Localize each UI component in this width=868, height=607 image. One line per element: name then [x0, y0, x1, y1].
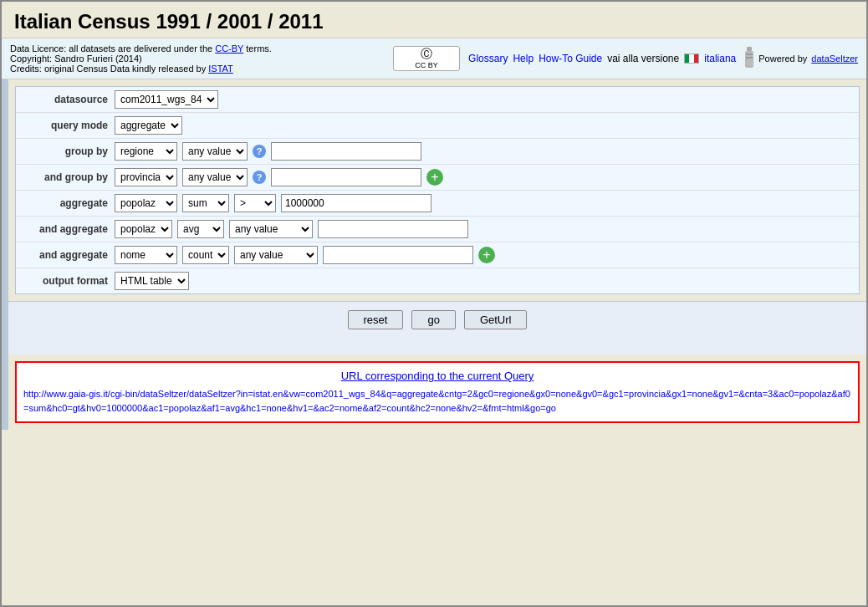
separator: [8, 338, 866, 355]
get-url-button[interactable]: GetUrl: [464, 310, 528, 329]
copyright-text: Copyright: Sandro Furieri (2014): [10, 54, 142, 64]
datasource-row: datasource com2011_wgs_84 com2001_wgs_84…: [16, 87, 859, 113]
output-format-label: output format: [23, 275, 115, 287]
query-mode-select[interactable]: aggregate standard: [115, 116, 182, 135]
page-title: Italian Census 1991 / 2001 / 2011: [2, 2, 866, 38]
and-aggregate-2-val-input[interactable]: [323, 246, 473, 264]
italian-flag-icon: [684, 54, 699, 64]
query-mode-label: query mode: [23, 120, 115, 131]
and-aggregate-1-func-select[interactable]: avg sum count: [177, 220, 224, 238]
and-aggregate-2-func-select[interactable]: count sum avg: [182, 246, 229, 264]
and-aggregate-1-label: and aggregate: [23, 223, 115, 235]
and-group-by-add-icon[interactable]: +: [426, 169, 443, 186]
and-group-by-row: and group by provincia regione nome any …: [16, 165, 859, 191]
reset-button[interactable]: reset: [348, 310, 404, 329]
output-format-select[interactable]: HTML table CSV XML JSON: [115, 272, 189, 290]
powered-by-label: Powered by: [758, 54, 807, 64]
nav-links: Glossary Help How-To Guide vai alla vers…: [468, 53, 736, 64]
help-link[interactable]: Help: [513, 53, 534, 64]
and-group-by-help-icon[interactable]: ?: [253, 171, 266, 184]
and-aggregate-2-row: and aggregate nome regione provincia pop…: [16, 242, 859, 268]
license-suffix: terms.: [243, 43, 272, 54]
aggregate-val-input[interactable]: [281, 194, 431, 212]
license-prefix: Data Licence: all datasets are delivered…: [10, 43, 215, 54]
datasource-select[interactable]: com2011_wgs_84 com2001_wgs_84 com1991_wg…: [115, 90, 218, 109]
howto-link[interactable]: How-To Guide: [539, 53, 602, 64]
and-aggregate-1-row: and aggregate popolaz regione nome avg s…: [16, 217, 859, 242]
and-aggregate-1-cond-select[interactable]: any value none: [229, 220, 313, 238]
and-group-by-value-select[interactable]: any value none: [182, 168, 248, 186]
left-sidebar: [2, 79, 8, 430]
url-section: URL corresponding to the current Query h…: [15, 361, 860, 423]
output-format-row: output format HTML table CSV XML JSON: [16, 268, 859, 293]
datasource-label: datasource: [23, 94, 115, 105]
glossary-link[interactable]: Glossary: [468, 53, 508, 64]
svg-rect-3: [746, 57, 753, 59]
and-group-by-label: and group by: [23, 171, 115, 183]
buttons-row: reset go GetUrl: [8, 301, 866, 338]
and-aggregate-2-cond-select[interactable]: any value none: [234, 246, 318, 264]
italiana-link[interactable]: italiana: [704, 53, 736, 64]
and-aggregate-1-field-select[interactable]: popolaz regione nome: [115, 220, 172, 238]
cc-badge: Ⓒ CC BY: [393, 46, 460, 71]
powered-by: Powered by dataSeltzer: [744, 47, 858, 70]
and-aggregate-2-field-select[interactable]: nome regione provincia popolaz: [115, 246, 177, 264]
go-button[interactable]: go: [411, 310, 455, 329]
and-aggregate-1-val-input[interactable]: [318, 220, 468, 238]
group-by-row: group by regione provincia nome any valu…: [16, 139, 859, 165]
and-aggregate-2-add-icon[interactable]: +: [478, 247, 495, 263]
credits-text: Credits: original Census Data kindly rel…: [10, 64, 208, 74]
svg-rect-0: [747, 47, 752, 51]
aggregate-func-select[interactable]: sum avg count min max: [182, 194, 229, 212]
query-form: datasource com2011_wgs_84 com2001_wgs_84…: [15, 86, 860, 294]
group-by-value-select[interactable]: any value none: [182, 142, 248, 161]
license-bar: Data Licence: all datasets are delivered…: [2, 38, 866, 79]
aggregate-field-select[interactable]: popolaz regione provincia nome: [115, 194, 177, 212]
vai-text: vai alla versione: [607, 53, 679, 64]
url-section-title: URL corresponding to the current Query: [23, 370, 851, 382]
and-aggregate-2-label: and aggregate: [23, 249, 115, 261]
and-group-by-field-select[interactable]: provincia regione nome: [115, 168, 177, 186]
and-group-by-text-input[interactable]: [271, 168, 421, 186]
group-by-field-select[interactable]: regione provincia nome: [115, 142, 177, 161]
aggregate-label: aggregate: [23, 197, 115, 209]
license-text: Data Licence: all datasets are delivered…: [10, 43, 385, 74]
group-by-help-icon[interactable]: ?: [253, 145, 266, 158]
group-by-label: group by: [23, 145, 115, 157]
cc-by-link[interactable]: CC-BY: [215, 43, 243, 54]
bottle-icon: [744, 47, 754, 70]
aggregate-op-select[interactable]: > < =: [234, 194, 276, 212]
query-mode-row: query mode aggregate standard: [16, 113, 859, 139]
dataseltzer-link[interactable]: dataSeltzer: [811, 54, 858, 64]
url-text[interactable]: http://www.gaia-gis.it/cgi-bin/dataSeltz…: [23, 387, 851, 415]
istat-link[interactable]: ISTAT: [208, 64, 233, 74]
aggregate-row: aggregate popolaz regione provincia nome…: [16, 191, 859, 217]
group-by-text-input[interactable]: [271, 142, 421, 161]
svg-rect-2: [746, 54, 753, 55]
